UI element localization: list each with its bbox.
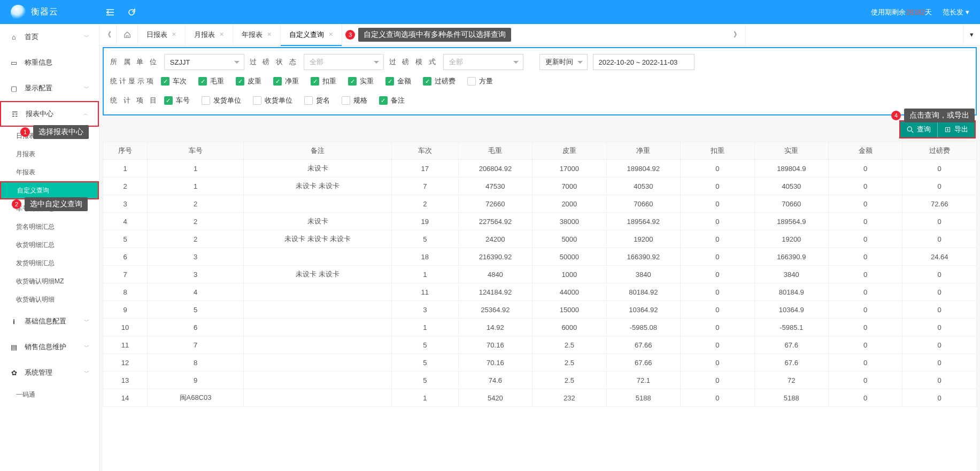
sidebar-display[interactable]: ▢ 显示配置 ﹀ [0,75,99,101]
checkbox-opts3-5[interactable]: 备注 [379,96,405,105]
tabs-scroll-left[interactable]: 《 [99,24,117,45]
tab-3[interactable]: 自定义查询✕ [281,24,342,45]
table-row[interactable]: 6318216390.9250000166390.920166390.9024.… [103,248,977,266]
table-row[interactable]: 128570.162.567.66067.600 [103,354,977,372]
sidebar-label: 基础信息配置 [25,316,84,326]
table-row[interactable]: 42未设卡19227564.9238000189564.920189564.90… [103,213,977,230]
checkbox-opts2-1[interactable]: 毛重 [198,76,224,86]
sidebar-item-report-6[interactable]: 收货明细汇总 [0,236,99,254]
checkbox-opts2-0[interactable]: 车次 [161,76,187,86]
sidebar-item-report-2[interactable]: 年报表 [0,163,99,181]
close-icon[interactable]: ✕ [328,31,333,38]
sidebar-sales[interactable]: ▤ 销售信息维护 ﹀ [0,334,99,360]
table-cell: 3 [148,248,244,266]
table-row[interactable]: 32272660200070660070660072.66 [103,195,977,213]
tab-1[interactable]: 月报表✕ [186,24,233,45]
tab-2[interactable]: 年报表✕ [233,24,281,45]
sidebar-item-report-5[interactable]: 货名明细汇总 [0,218,99,236]
checkbox-opts2-2[interactable]: 皮重 [236,76,261,86]
sidebar-home[interactable]: ⌂ 首页 ﹀ [0,24,99,50]
sidebar-item-report-9[interactable]: 收货确认明细 [0,290,99,308]
refresh-button[interactable] [121,0,142,24]
sidebar-code[interactable]: 一码通 [0,385,99,404]
status-select[interactable]: 全部 [304,54,384,70]
tab-home[interactable] [117,24,138,45]
checkbox-opts2-6[interactable]: 金额 [385,76,411,86]
table-row[interactable]: 52未设卡 未设卡 未设卡52420050001920001920000 [103,230,977,248]
col-header: 扣重 [681,142,754,160]
sidebar-weigh[interactable]: ▭ 称重信息 [0,50,99,75]
filter-panel: 所 属 单 位 SZJJT 过 磅 状 态 全部 过 磅 模 式 全部 更新时间… [103,47,977,115]
expire-days: 28182 [906,8,925,16]
table-cell: 未设卡 未设卡 [244,177,392,195]
table-cell: 70.16 [458,354,532,372]
checkbox-opts3-3[interactable]: 货名 [304,96,330,105]
table-cell: 0 [829,213,902,230]
sidebar-base-config[interactable]: i 基础信息配置 ﹀ [0,308,99,334]
select-value: 全部 [310,57,323,67]
toggle-sidebar-button[interactable] [99,0,121,24]
table-row[interactable]: 73未设卡 未设卡14840100038400384000 [103,266,977,283]
tabs-more[interactable]: ▾ [963,24,980,45]
tab-0[interactable]: 日报表✕ [138,24,186,45]
filter-mode-label: 过 磅 模 式 [389,57,438,67]
close-icon[interactable]: ✕ [172,31,176,38]
table-cell: 2 [148,213,244,230]
table-row[interactable]: 106114.926000-5985.080-5985.100 [103,319,977,336]
checkbox-opts2-4[interactable]: 扣重 [311,76,336,86]
table-cell [244,354,392,372]
close-icon[interactable]: ✕ [219,31,224,38]
checkbox-opts3-0[interactable]: 车号 [164,96,190,105]
table-row[interactable]: 139574.62.572.107200 [103,372,977,389]
checkbox-opts3-1[interactable]: 发货单位 [202,96,241,105]
table-row[interactable]: 95325364.921500010364.92010364.900 [103,301,977,319]
table-cell: 5 [392,336,459,354]
sidebar: ⌂ 首页 ﹀ ▭ 称重信息 ▢ 显示配置 ﹀ ☶ 报表中心 ︿ 1 选择报表中心… [0,24,99,471]
table-cell: 0 [681,301,754,319]
table-row[interactable]: 117570.162.567.66067.600 [103,336,977,354]
sidebar-label: 报表中心 [26,109,83,119]
table-row[interactable]: 21未设卡 未设卡74753070004053004053000 [103,177,977,195]
sidebar-item-report-8[interactable]: 收货确认明细MZ [0,272,99,290]
time-type-select[interactable]: 更新时间 [539,54,588,70]
export-button[interactable]: 导出 [937,121,975,137]
checkbox-opts2-8[interactable]: 方量 [467,76,493,86]
table-cell [244,301,392,319]
checkbox-label: 规格 [353,96,367,105]
date-range-input[interactable]: 2022-10-20 ~ 2022-11-03 [593,54,695,70]
tabs-scroll-right[interactable]: 》 [729,24,746,45]
col-header: 备注 [244,142,392,160]
checkbox-opts3-2[interactable]: 收货单位 [253,96,292,105]
table-cell: 67.6 [754,354,828,372]
table-cell: 166390.9 [754,248,828,266]
table-cell: 227564.92 [458,213,532,230]
sidebar-item-report-1[interactable]: 月报表 [0,145,99,163]
checkbox-opts2-3[interactable]: 净重 [273,76,299,86]
topbar: 衡器云 使用期剩余28182天 范长发 ▾ [0,0,980,24]
table-row[interactable]: 11未设卡17206804.9217000189804.920189804.90… [103,160,977,177]
mode-select[interactable]: 全部 [443,54,523,70]
table-cell: 0 [902,177,977,195]
sidebar-item-report-3[interactable]: 自定义查询 [0,181,99,199]
table-row[interactable]: 8411124184.924400080184.92080184.900 [103,283,977,301]
table-cell: 14.92 [458,319,532,336]
table-cell: 216390.92 [458,248,532,266]
close-icon[interactable]: ✕ [267,31,272,38]
sidebar-item-report-7[interactable]: 发货明细汇总 [0,254,99,272]
sidebar-report-center[interactable]: ☶ 报表中心 ︿ [0,101,99,127]
table-cell: 4840 [458,266,532,283]
table-cell: 未设卡 未设卡 未设卡 [244,230,392,248]
query-button[interactable]: 查询 [900,121,937,137]
checkbox-opts2-5[interactable]: 实重 [348,76,374,86]
checkbox-opts2-7[interactable]: 过磅费 [423,76,456,86]
table-row[interactable]: 14闽A68C031542023251880518800 [103,389,977,407]
sidebar-label: 一码通 [16,390,35,399]
checkbox-opts3-4[interactable]: 规格 [342,96,367,105]
table-cell: 3 [103,195,148,213]
sidebar-system[interactable]: ✿ 系统管理 ﹀ [0,360,99,385]
username-menu[interactable]: 范长发 ▾ [943,7,969,17]
col-header: 序号 [103,142,148,160]
org-select[interactable]: SZJJT [164,54,244,70]
scale-icon: ▭ [10,59,18,67]
expire-prefix: 使用期剩余 [871,8,906,16]
